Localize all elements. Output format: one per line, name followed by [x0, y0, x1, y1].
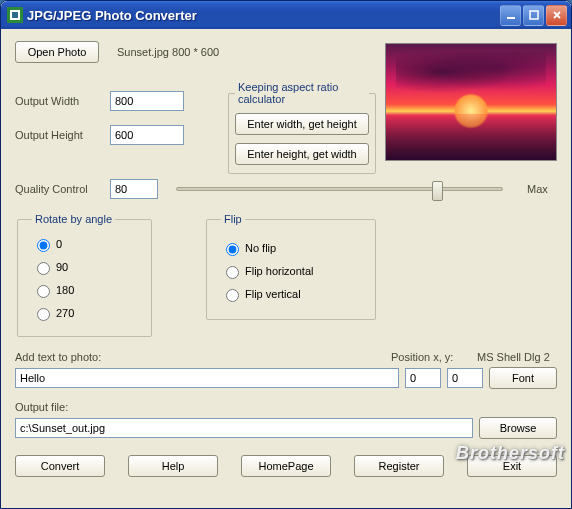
output-width-input[interactable] [110, 91, 184, 111]
flip-radio[interactable] [226, 266, 239, 279]
quality-label: Quality Control [15, 183, 110, 195]
maximize-button[interactable] [523, 5, 544, 26]
enter-width-button[interactable]: Enter width, get height [235, 113, 369, 135]
open-photo-button[interactable]: Open Photo [15, 41, 99, 63]
rotate-radio[interactable] [37, 308, 50, 321]
rotate-label: 90 [56, 261, 68, 273]
loaded-file-info: Sunset.jpg 800 * 600 [117, 46, 219, 58]
flip-label: No flip [245, 242, 276, 254]
max-label: Max [527, 183, 557, 195]
rotate-legend: Rotate by angle [32, 213, 115, 225]
photo-preview [385, 43, 557, 161]
enter-height-button[interactable]: Enter height, get width [235, 143, 369, 165]
rotate-radio[interactable] [37, 239, 50, 252]
quality-slider-thumb[interactable] [432, 181, 443, 201]
window-title: JPG/JPEG Photo Converter [27, 8, 498, 23]
aspect-ratio-legend: Keeping aspect ratio calculator [235, 81, 369, 105]
add-text-label: Add text to photo: [15, 351, 391, 363]
help-button[interactable]: Help [128, 455, 218, 477]
add-text-input[interactable] [15, 368, 399, 388]
close-button[interactable] [546, 5, 567, 26]
flip-option[interactable]: Flip horizontal [221, 263, 361, 279]
position-label: Position x, y: [391, 351, 477, 363]
rotate-option[interactable]: 0 [32, 236, 137, 252]
rotate-radio[interactable] [37, 285, 50, 298]
rotate-option[interactable]: 180 [32, 282, 137, 298]
flip-radio[interactable] [226, 289, 239, 302]
flip-group: Flip No flipFlip horizontalFlip vertical [206, 213, 376, 320]
output-file-label: Output file: [15, 401, 557, 413]
flip-label: Flip horizontal [245, 265, 313, 277]
output-width-label: Output Width [15, 95, 110, 107]
flip-label: Flip vertical [245, 288, 301, 300]
quality-input[interactable] [110, 179, 158, 199]
svg-rect-2 [12, 12, 18, 18]
client-area: Open Photo Sunset.jpg 800 * 600 Keeping … [1, 29, 571, 508]
output-height-input[interactable] [110, 125, 184, 145]
register-button[interactable]: Register [354, 455, 444, 477]
font-name-label: MS Shell Dlg 2 [477, 351, 557, 363]
output-height-label: Output Height [15, 129, 110, 141]
output-file-input[interactable] [15, 418, 473, 438]
font-button[interactable]: Font [489, 367, 557, 389]
quality-slider[interactable] [176, 187, 503, 191]
svg-rect-3 [507, 17, 515, 19]
rotate-option[interactable]: 90 [32, 259, 137, 275]
rotate-label: 180 [56, 284, 74, 296]
browse-button[interactable]: Browse [479, 417, 557, 439]
app-icon [7, 7, 23, 23]
flip-legend: Flip [221, 213, 245, 225]
flip-option[interactable]: No flip [221, 240, 361, 256]
rotate-group: Rotate by angle 090180270 [17, 213, 152, 337]
app-window: JPG/JPEG Photo Converter Open Photo Suns… [0, 0, 572, 509]
minimize-button[interactable] [500, 5, 521, 26]
homepage-button[interactable]: HomePage [241, 455, 331, 477]
pos-y-input[interactable] [447, 368, 483, 388]
pos-x-input[interactable] [405, 368, 441, 388]
rotate-option[interactable]: 270 [32, 305, 137, 321]
rotate-label: 270 [56, 307, 74, 319]
exit-button[interactable]: Exit [467, 455, 557, 477]
titlebar: JPG/JPEG Photo Converter [1, 1, 571, 29]
flip-radio[interactable] [226, 243, 239, 256]
rotate-label: 0 [56, 238, 62, 250]
svg-rect-4 [530, 11, 538, 19]
convert-button[interactable]: Convert [15, 455, 105, 477]
flip-option[interactable]: Flip vertical [221, 286, 361, 302]
rotate-radio[interactable] [37, 262, 50, 275]
aspect-ratio-group: Keeping aspect ratio calculator Enter wi… [228, 81, 376, 174]
